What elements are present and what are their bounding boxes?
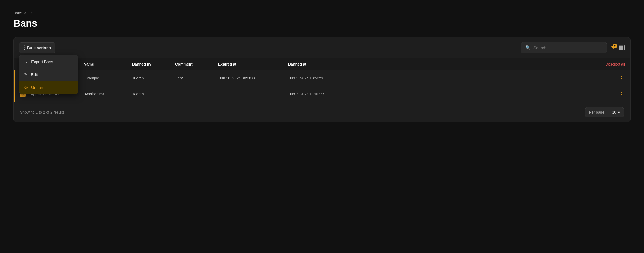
cell-banned-at-1: Jun 3, 2024 10:58:28 xyxy=(289,76,353,80)
table-row: App\Models\User Another test Kieran Jun … xyxy=(14,86,630,102)
col-header-banned-at: Banned at xyxy=(288,62,353,66)
circle-ban-icon: ⊘ xyxy=(24,85,28,90)
column-headers: Name Banned by Comment Expired at Banned… xyxy=(30,62,606,66)
breadcrumb-current: List xyxy=(29,11,34,15)
three-dots-icon xyxy=(24,45,25,50)
toolbar-right: 🔍 0 xyxy=(521,42,625,53)
col-header-expired-at: Expired at xyxy=(218,62,288,66)
row-data-2: App\Models\User Another test Kieran Jun … xyxy=(31,92,618,96)
cell-banned-by-1: Kieran xyxy=(133,76,176,80)
cell-name-1: Example xyxy=(84,76,133,80)
row-data-1: App\Models\User Example Kieran Test Jun … xyxy=(31,76,618,80)
cell-expired-at-1: Jun 30, 2024 00:00:00 xyxy=(219,76,289,80)
columns-icon xyxy=(619,45,625,50)
table-header: Name Banned by Comment Expired at Banned… xyxy=(14,58,630,70)
main-card: Bulk actions ⤓ Export Bans ✎ Edit ⊘ Unba… xyxy=(13,37,631,122)
search-box: 🔍 xyxy=(521,42,607,53)
toolbar: Bulk actions ⤓ Export Bans ✎ Edit ⊘ Unba… xyxy=(14,37,630,58)
filter-button[interactable]: 0 xyxy=(610,45,616,51)
row-actions-button-1[interactable]: ⋮ xyxy=(618,75,625,81)
toolbar-left: Bulk actions ⤓ Export Bans ✎ Edit ⊘ Unba… xyxy=(19,42,55,53)
search-icon: 🔍 xyxy=(525,45,531,50)
col-header-name: Name xyxy=(84,62,132,66)
cell-name-2: Another test xyxy=(84,92,133,96)
bulk-actions-button[interactable]: Bulk actions xyxy=(19,42,55,53)
table-footer: Showing 1 to 2 of 2 results Per page 10 … xyxy=(14,102,630,122)
results-text: Showing 1 to 2 of 2 results xyxy=(20,110,65,114)
bulk-actions-label: Bulk actions xyxy=(27,45,51,50)
breadcrumb-parent[interactable]: Bans xyxy=(13,11,22,15)
page-title: Bans xyxy=(13,18,631,29)
col-header-banned-by: Banned by xyxy=(132,62,175,66)
dropdown-edit-label: Edit xyxy=(31,72,38,77)
download-icon: ⤓ xyxy=(24,59,28,64)
dropdown-item-edit[interactable]: ✎ Edit xyxy=(19,68,78,81)
filter-badge: 0 xyxy=(613,44,617,48)
dropdown-item-export[interactable]: ⤓ Export Bans xyxy=(19,55,78,68)
per-page-select[interactable]: 10 ▾ xyxy=(608,107,624,117)
search-input[interactable] xyxy=(533,45,602,50)
breadcrumb-separator: > xyxy=(24,11,26,15)
dropdown-export-label: Export Bans xyxy=(31,59,53,64)
columns-button[interactable] xyxy=(619,45,625,50)
col-header-comment: Comment xyxy=(175,62,218,66)
deselect-all-button[interactable]: Deselect all xyxy=(606,62,625,66)
dropdown-item-unban[interactable]: ⊘ Unban xyxy=(19,81,78,94)
cell-banned-at-2: Jun 3, 2024 11:00:27 xyxy=(289,92,353,96)
per-page-control: Per page 10 ▾ xyxy=(585,107,624,117)
edit-icon: ✎ xyxy=(24,72,28,77)
cell-comment-1: Test xyxy=(176,76,219,80)
chevron-down-icon: ▾ xyxy=(618,110,620,114)
cell-banned-by-2: Kieran xyxy=(133,92,176,96)
per-page-label: Per page xyxy=(585,107,608,117)
dropdown-unban-label: Unban xyxy=(31,85,43,90)
per-page-value: 10 xyxy=(612,110,616,114)
row-actions-button-2[interactable]: ⋮ xyxy=(618,91,625,97)
table-row: App\Models\User Example Kieran Test Jun … xyxy=(14,70,630,86)
breadcrumb: Bans > List xyxy=(13,11,631,15)
bulk-actions-dropdown: ⤓ Export Bans ✎ Edit ⊘ Unban xyxy=(19,55,78,94)
